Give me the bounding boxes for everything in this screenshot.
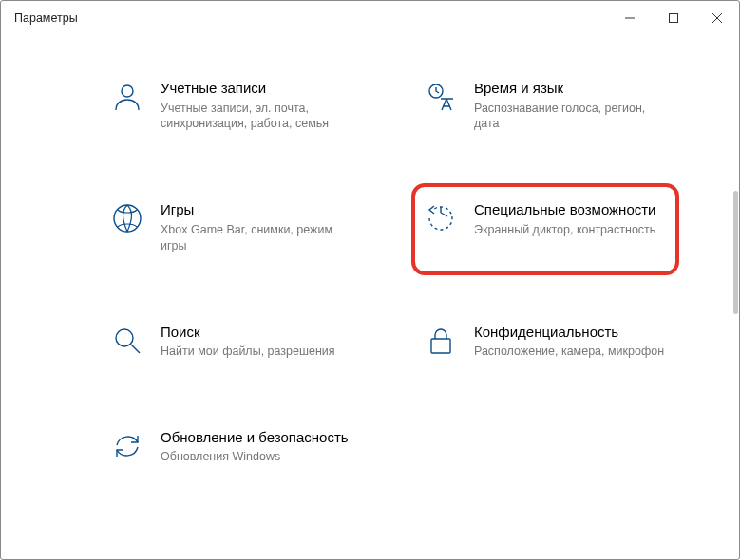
svg-rect-9 [431,339,450,353]
tile-title: Обновление и безопасность [161,428,354,447]
svg-point-6 [114,205,141,232]
time-language-icon [425,81,457,113]
tile-desc: Обновления Windows [161,449,354,465]
settings-grid: Учетные записи Учетные записи, эл. почта… [105,73,682,475]
window-controls [608,1,739,35]
titlebar: Параметры [1,1,739,35]
update-icon [111,430,143,462]
tile-desc: Экранный диктор, контрастность [474,222,668,238]
minimize-button[interactable] [608,1,652,35]
ease-of-access-icon [425,202,457,234]
vertical-scrollbar[interactable] [733,191,738,314]
gaming-icon [111,202,143,234]
tile-update-security[interactable]: Обновление и безопасность Обновления Win… [105,422,362,475]
tile-title: Игры [161,200,354,219]
tile-title: Время и язык [474,79,668,98]
accounts-icon [111,81,143,113]
tile-title: Конфиденциальность [474,323,668,342]
content-area: Учетные записи Учетные записи, эл. почта… [1,35,739,559]
settings-window: Параметры Учетные записи Учетны [0,0,740,560]
tile-desc: Учетные записи, эл. почта, синхронизация… [161,101,354,133]
tile-desc: Расположение, камера, микрофон [474,344,668,360]
svg-rect-1 [670,14,678,23]
search-icon [111,325,143,357]
close-button[interactable] [695,1,739,35]
tile-search[interactable]: Поиск Найти мои файлы, разрешения [105,317,362,369]
tile-desc: Распознавание голоса, регион, дата [474,101,668,133]
privacy-icon [425,325,457,357]
tile-time-language[interactable]: Время и язык Распознавание голоса, регио… [419,73,675,141]
tile-ease-of-access[interactable]: Специальные возможности Экранный диктор,… [411,183,679,274]
tile-gaming[interactable]: Игры Xbox Game Bar, снимки, режим игры [105,195,362,263]
tile-title: Учетные записи [161,79,354,98]
tile-title: Специальные возможности [474,200,668,219]
svg-point-4 [122,85,133,97]
tile-desc: Найти мои файлы, разрешения [161,344,354,360]
tile-accounts[interactable]: Учетные записи Учетные записи, эл. почта… [105,73,362,141]
window-title: Параметры [14,11,78,25]
svg-line-8 [131,345,140,353]
svg-point-7 [116,329,133,346]
tile-desc: Xbox Game Bar, снимки, режим игры [161,222,354,254]
maximize-button[interactable] [652,1,695,35]
tile-title: Поиск [161,323,354,342]
tile-privacy[interactable]: Конфиденциальность Расположение, камера,… [419,317,675,369]
